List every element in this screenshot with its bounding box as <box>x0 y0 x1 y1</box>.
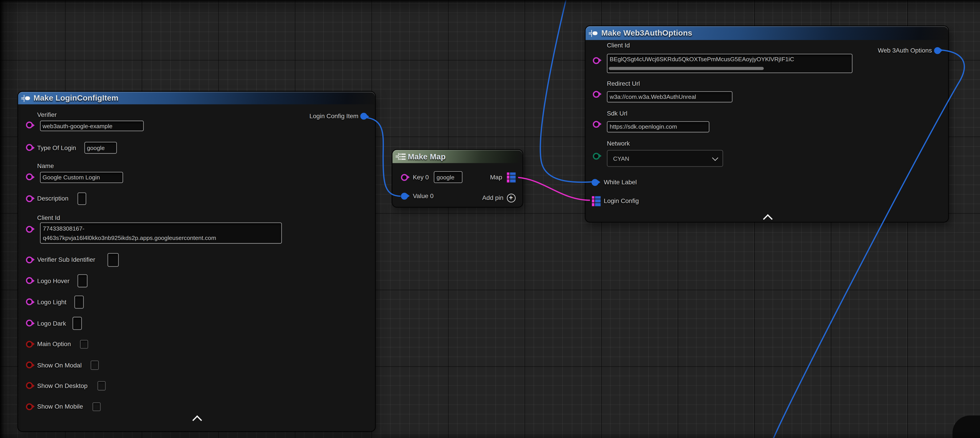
network-dropdown[interactable]: CYAN <box>607 150 723 166</box>
input-name[interactable]: Google Custom Login <box>40 172 123 183</box>
pin-type-of-login[interactable] <box>25 144 32 151</box>
pin-logo-light[interactable] <box>25 298 32 305</box>
node-titlebar[interactable]: Make Map <box>392 150 522 163</box>
pin-show-on-desktop[interactable] <box>25 382 32 389</box>
make-struct-icon <box>589 29 598 37</box>
pin-label-logo-light: Logo Light <box>37 298 66 306</box>
checkbox-main-option[interactable] <box>80 339 88 349</box>
node-titlebar[interactable]: Make LoginConfigItem <box>18 92 375 104</box>
node-make-loginconfigitem[interactable]: Make LoginConfigItem Login Config Item V… <box>18 92 375 431</box>
pin-label-description: Description <box>37 195 68 202</box>
input-logo-dark[interactable] <box>72 317 82 330</box>
node-title: Make Map <box>408 152 446 161</box>
checkbox-show-on-modal[interactable] <box>91 360 99 370</box>
output-pin-map[interactable] <box>506 172 515 182</box>
pin-label-type-of-login: Type Of Login <box>37 144 76 151</box>
pin-client-id[interactable] <box>25 225 32 233</box>
pin-verifier[interactable] <box>25 121 32 128</box>
pin-label-redirect-url: Redirect Url <box>607 80 640 87</box>
wire-top-to-white-label[interactable] <box>540 0 592 182</box>
pin-label-verifier-sub-identifier: Verifier Sub Identifier <box>37 256 95 264</box>
pin-label-client-id: Client Id <box>607 41 630 49</box>
pin-label-login-config: Login Config <box>604 197 639 205</box>
pin-label-network: Network <box>607 140 630 147</box>
pin-label-show-on-desktop: Show On Desktop <box>37 382 88 390</box>
pin-show-on-modal[interactable] <box>25 362 32 368</box>
pin-show-on-mobile[interactable] <box>25 403 32 410</box>
pin-label-verifier: Verifier <box>37 111 57 119</box>
blueprint-graph-canvas[interactable]: Make LoginConfigItem Login Config Item V… <box>0 0 980 438</box>
pin-label-key-0: Key 0 <box>413 174 429 181</box>
node-titlebar[interactable]: Make Web3AuthOptions <box>586 26 948 40</box>
node-make-map[interactable]: Make Map Key 0 google Map Value 0 Add pi… <box>392 150 522 207</box>
wire-map-to-login-config[interactable] <box>518 177 590 200</box>
pin-label-white-label: White Label <box>604 178 636 186</box>
pin-name[interactable] <box>25 174 32 180</box>
input-logo-hover[interactable] <box>78 274 87 287</box>
pin-description[interactable] <box>25 195 32 202</box>
client-id-scrollbar[interactable] <box>609 67 764 70</box>
make-struct-icon <box>21 94 30 102</box>
pin-label-web3auth-options: Web 3Auth Options <box>878 46 932 54</box>
pin-sdk-url[interactable] <box>593 121 600 127</box>
pin-key-0[interactable] <box>401 174 407 180</box>
input-type-of-login[interactable]: google <box>84 142 116 154</box>
chevron-down-icon <box>712 154 718 160</box>
pin-login-config[interactable] <box>592 196 601 206</box>
pin-label-sdk-url: Sdk Url <box>607 110 627 117</box>
input-logo-light[interactable] <box>74 295 84 309</box>
input-sdk-url[interactable]: https://sdk.openlogin.com <box>607 121 710 132</box>
pin-label-logo-dark: Logo Dark <box>37 320 66 327</box>
pin-verifier-sub-identifier[interactable] <box>25 256 32 263</box>
collapse-chevron-icon[interactable] <box>192 415 202 425</box>
pin-label-logo-hover: Logo Hover <box>37 277 69 285</box>
add-pin-label: Add pin <box>482 194 503 202</box>
node-title: Make LoginConfigItem <box>33 94 118 102</box>
input-client-id[interactable]: BEglQSgt4cUWcj6SKRdu5QkOXTsePmMcusG5EAoy… <box>607 54 853 73</box>
input-redirect-url[interactable]: w3a://com.w3a.Web3AuthUnreal <box>607 91 733 102</box>
offscreen-node-corner <box>952 416 980 438</box>
input-verifier-sub-identifier[interactable] <box>108 253 118 266</box>
pin-label-value-0: Value 0 <box>413 192 433 200</box>
pin-label-name: Name <box>37 162 54 170</box>
pin-label-map: Map <box>490 174 502 181</box>
pin-label-show-on-modal: Show On Modal <box>37 362 82 369</box>
checkbox-show-on-desktop[interactable] <box>97 381 106 390</box>
pin-redirect-url[interactable] <box>593 91 600 97</box>
node-make-web3authoptions[interactable]: Make Web3AuthOptions Web 3Auth Options C… <box>586 26 948 222</box>
add-pin-button[interactable]: + <box>506 193 515 202</box>
pin-value-0[interactable] <box>401 193 407 199</box>
pin-client-id[interactable] <box>593 57 600 64</box>
pin-main-option[interactable] <box>25 341 32 347</box>
pin-white-label[interactable] <box>591 179 598 186</box>
input-description[interactable] <box>78 193 86 205</box>
pin-network[interactable] <box>593 153 600 159</box>
output-pin-login-config-item[interactable] <box>360 113 367 120</box>
pin-label-client-id: Client Id <box>37 214 60 222</box>
pin-label-show-on-mobile: Show On Mobile <box>37 403 83 411</box>
make-map-icon <box>395 153 404 160</box>
network-dropdown-value: CYAN <box>613 155 629 162</box>
input-verifier[interactable]: web3auth-google-example <box>40 121 143 131</box>
pin-label-main-option: Main Option <box>37 341 71 348</box>
node-title: Make Web3AuthOptions <box>601 29 692 37</box>
pin-label-login-config-item: Login Config Item <box>310 112 358 120</box>
input-key-0[interactable]: google <box>434 171 462 183</box>
input-client-id[interactable]: 774338308167- q463s7kpvja16l4l0kko3nb925… <box>40 222 282 243</box>
pin-logo-dark[interactable] <box>25 320 32 327</box>
output-pin-web3auth-options[interactable] <box>934 47 940 54</box>
pin-logo-hover[interactable] <box>25 277 32 284</box>
collapse-chevron-icon[interactable] <box>763 214 772 224</box>
checkbox-show-on-mobile[interactable] <box>92 402 101 411</box>
